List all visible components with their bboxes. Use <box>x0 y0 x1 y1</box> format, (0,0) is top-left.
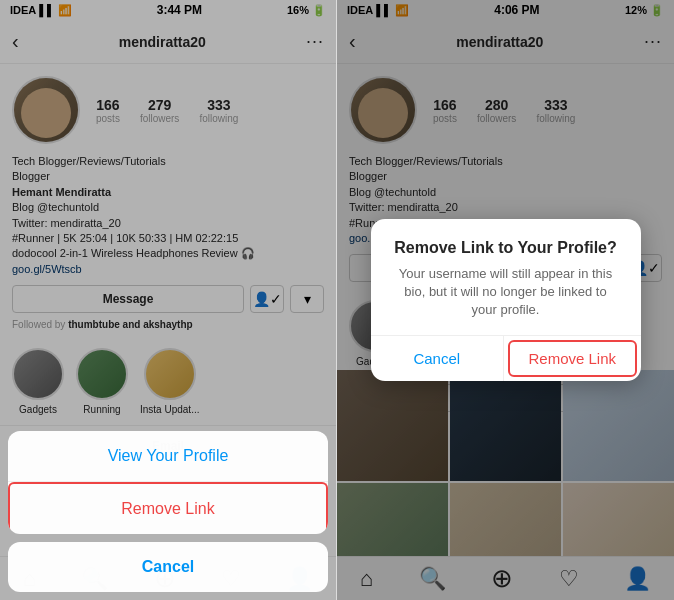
left-phone-panel: IDEA ▌▌ 📶 3:44 PM 16% 🔋 ‹ mendiratta20 ·… <box>0 0 337 600</box>
dialog-cancel-button[interactable]: Cancel <box>371 336 505 381</box>
dialog-overlay: Remove Link to Your Profile? Your userna… <box>337 0 674 600</box>
dialog-message: Your username will still appear in this … <box>391 265 621 320</box>
dialog-content: Remove Link to Your Profile? Your userna… <box>371 219 641 336</box>
action-sheet: View Your Profile Remove Link Cancel <box>8 431 328 592</box>
remove-link-dialog: Remove Link to Your Profile? Your userna… <box>371 219 641 382</box>
remove-link-option-sheet[interactable]: Remove Link <box>8 482 328 534</box>
right-phone-panel: IDEA ▌▌ 📶 4:06 PM 12% 🔋 ‹ mendiratta20 ·… <box>337 0 674 600</box>
action-sheet-options: View Your Profile Remove Link <box>8 431 328 534</box>
view-profile-option[interactable]: View Your Profile <box>8 431 328 482</box>
dialog-title: Remove Link to Your Profile? <box>391 239 621 257</box>
dialog-remove-button[interactable]: Remove Link <box>508 340 637 377</box>
dialog-actions: Cancel Remove Link <box>371 335 641 381</box>
action-sheet-overlay: View Your Profile Remove Link Cancel <box>0 0 336 600</box>
cancel-option[interactable]: Cancel <box>8 542 328 592</box>
